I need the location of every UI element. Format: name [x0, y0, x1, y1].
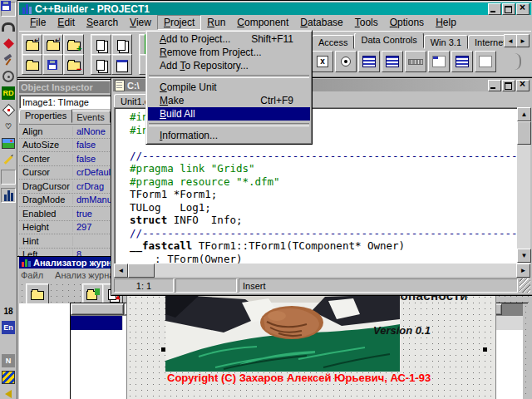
vertical-scroll-thumb[interactable]: [517, 121, 531, 145]
red-diamond-icon[interactable]: [2, 37, 15, 50]
menu-run[interactable]: Run: [201, 16, 231, 29]
menu-search[interactable]: Search: [81, 16, 124, 29]
horizontal-scrollbar[interactable]: ◄ ►: [114, 264, 530, 277]
menu-item-information-[interactable]: Information...: [148, 129, 310, 142]
pencil-icon[interactable]: [2, 153, 15, 166]
property-row-dragmode[interactable]: DragModedmManual: [19, 194, 111, 208]
menu-item-make[interactable]: MakeCtrl+F9: [148, 94, 310, 107]
menu-component[interactable]: Component: [231, 16, 294, 29]
scroll-right-button[interactable]: ►: [516, 264, 530, 278]
menu-item-add-to-repository-[interactable]: Add To Repository...: [148, 59, 310, 72]
palette-scroll-left[interactable]: ◄: [504, 34, 517, 47]
grid-header-cell[interactable]: [71, 303, 124, 315]
property-row-enabled[interactable]: Enabledtrue: [19, 207, 111, 221]
palette-tab-internet[interactable]: Internet: [468, 35, 505, 49]
game-icon[interactable]: [2, 337, 15, 351]
about-form-designer[interactable]: журнала безопасности Version 0.1 Copyrig…: [126, 294, 496, 399]
property-row-center[interactable]: Centerfalse: [19, 152, 111, 166]
property-row-dragcursor[interactable]: DragCursorcrDrag: [19, 180, 111, 194]
hammer-icon[interactable]: [2, 53, 15, 66]
menu-tools[interactable]: Tools: [349, 16, 384, 29]
speaker-icon[interactable]: [2, 387, 15, 399]
toggle-form-unit-button[interactable]: [91, 54, 111, 75]
app-toolbar-button[interactable]: [82, 283, 103, 304]
headphones-icon[interactable]: [2, 20, 15, 33]
object-inspector-titlebar[interactable]: Object Inspector: [19, 81, 110, 93]
db-edit-icon[interactable]: [405, 51, 426, 72]
scroll-left-button[interactable]: ◄: [114, 264, 128, 278]
palette-more-indicator[interactable]: [513, 53, 521, 70]
db-radiogroup-icon[interactable]: [335, 51, 357, 72]
menu-view[interactable]: View: [124, 16, 157, 29]
menu-project[interactable]: Project: [157, 15, 201, 30]
menu-item-add-to-project-[interactable]: Add to Project...Shift+F11: [148, 32, 310, 46]
shield-icon[interactable]: N: [2, 354, 15, 367]
close-button[interactable]: [516, 3, 530, 15]
grid-cell[interactable]: [71, 316, 122, 330]
view-unit-button[interactable]: [91, 34, 111, 55]
palette-tab-data-controls[interactable]: Data Controls: [354, 33, 423, 48]
palette-tab-access[interactable]: Access: [312, 35, 354, 49]
maximize-button[interactable]: [502, 80, 515, 91]
object-inspector-window[interactable]: Object Inspector Image1: TImage Properti…: [17, 79, 112, 257]
language-indicator[interactable]: En: [2, 321, 15, 334]
menu-item-compile-unit[interactable]: Compile Unit: [148, 81, 310, 94]
scroll-down-button[interactable]: ▼: [517, 249, 531, 263]
menu-item-remove-from-project-[interactable]: Remove from Project...: [148, 46, 310, 59]
rd-icon[interactable]: RD: [2, 86, 15, 100]
view-form-button[interactable]: [111, 34, 132, 55]
picture-icon[interactable]: [2, 136, 15, 150]
selection-handle[interactable]: [161, 347, 165, 352]
close-button[interactable]: [516, 80, 530, 91]
maximize-button[interactable]: [502, 3, 515, 15]
menu-database[interactable]: Database: [294, 16, 348, 29]
menu-item-build-all[interactable]: Build All: [148, 107, 310, 121]
property-row-align[interactable]: AlignalNone: [19, 125, 111, 139]
db-panel-icon[interactable]: [428, 51, 450, 72]
property-row-height[interactable]: Height297: [19, 221, 111, 235]
cppbuilder-icon[interactable]: [1, 188, 16, 203]
tab-properties[interactable]: Properties: [19, 109, 72, 123]
menu-edit[interactable]: Edit: [52, 16, 81, 29]
selection-handle[interactable]: [483, 347, 487, 352]
heart-icon[interactable]: ♡: [2, 120, 15, 133]
scroll-up-button[interactable]: ▲: [517, 107, 531, 121]
palette-scroll-right[interactable]: ►: [516, 34, 530, 47]
tab-events[interactable]: Events: [71, 111, 111, 123]
hazard-icon[interactable]: [2, 70, 15, 83]
main-titlebar[interactable]: C++Builder - PROJECT1: [19, 2, 531, 15]
db-navigator-icon[interactable]: [382, 51, 403, 72]
object-selector-combo[interactable]: Image1: TImage: [19, 95, 111, 109]
add-file-button[interactable]: [63, 34, 84, 55]
db-grid-icon[interactable]: [358, 51, 380, 72]
app-menu-файл[interactable]: Файл: [21, 270, 43, 281]
minimize-button[interactable]: [488, 80, 501, 91]
property-grid[interactable]: AlignalNoneAutoSizefalseCenterfalseCurso…: [19, 124, 111, 256]
new-form-button[interactable]: [111, 54, 132, 75]
menu-options[interactable]: Options: [384, 16, 430, 29]
menu-file[interactable]: File: [24, 16, 52, 29]
minimize-button[interactable]: [488, 3, 501, 15]
property-row-left[interactable]: Left8: [19, 249, 111, 258]
horizontal-scroll-thumb[interactable]: [128, 264, 155, 278]
property-row-hint[interactable]: Hint: [19, 234, 111, 249]
save-project-button[interactable]: [42, 34, 63, 55]
vertical-scrollbar[interactable]: ▲ ▼: [517, 107, 530, 263]
open-log-button[interactable]: [26, 283, 49, 304]
remove-file-button[interactable]: [63, 54, 84, 75]
save-disk-icon[interactable]: [1, 170, 16, 185]
compass-icon[interactable]: [2, 103, 15, 116]
open-project-button[interactable]: [22, 34, 42, 55]
open-file-button[interactable]: [22, 54, 42, 75]
palette-tab-win-3-1[interactable]: Win 3.1: [424, 35, 468, 49]
handshake-image[interactable]: [165, 294, 400, 372]
property-row-cursor[interactable]: CursorcrDefault: [19, 166, 111, 180]
db-checkbox-icon[interactable]: x: [312, 51, 333, 72]
menu-help[interactable]: Help: [430, 16, 462, 29]
stripes-icon[interactable]: [2, 371, 15, 384]
resize-grip[interactable]: [520, 278, 530, 293]
db-image-icon[interactable]: [475, 51, 496, 72]
save-file-button[interactable]: [42, 54, 63, 75]
property-row-autosize[interactable]: AutoSizefalse: [19, 139, 111, 153]
db-listbox-icon[interactable]: [451, 51, 473, 72]
